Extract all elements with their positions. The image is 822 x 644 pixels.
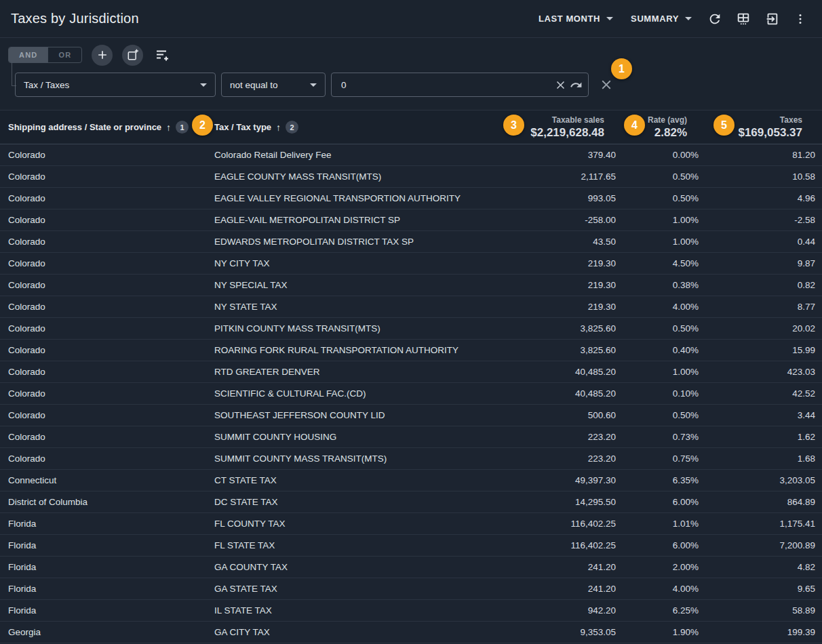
table-row[interactable]: Colorado SUMMIT COUNTY MASS TRANSIT(MTS)… <box>0 448 822 470</box>
table-row[interactable]: Florida IL STATE TAX 942.20 6.25% 58.89 <box>0 600 822 622</box>
table-row[interactable]: Colorado EDWARDS METROPOLITAN DISTRICT T… <box>0 231 822 253</box>
table-row[interactable]: Colorado NY STATE TAX 219.30 4.00% 8.77 <box>0 296 822 318</box>
filter-field-select[interactable]: Tax / Taxes <box>15 73 216 97</box>
cell-taxable-sales: 3,825.60 <box>509 345 617 355</box>
cell-state: Colorado <box>0 237 214 247</box>
table-row[interactable]: Florida FL STATE TAX 116,402.25 6.00% 7,… <box>0 535 822 557</box>
apply-value-button[interactable] <box>568 77 584 93</box>
table-row[interactable]: Colorado ROARING FORK RURAL TRANSPORTATI… <box>0 340 822 361</box>
cell-state: Florida <box>0 562 214 572</box>
cell-taxable-sales: 14,295.50 <box>509 497 617 507</box>
logic-or-option[interactable]: OR <box>47 47 81 62</box>
cell-rate: 1.00% <box>617 215 700 225</box>
annotation-badge-5: 5 <box>713 115 735 136</box>
app-bar: Taxes by Jurisdiction LAST MONTH SUMMARY <box>0 0 822 38</box>
filter-value-input[interactable] <box>340 79 553 91</box>
cell-state: Colorado <box>0 345 214 355</box>
table-row[interactable]: Colorado Colorado Retail Delivery Fee 37… <box>0 144 822 166</box>
app-bar-actions: LAST MONTH SUMMARY <box>532 7 813 31</box>
cell-rate: 0.10% <box>617 388 700 399</box>
cell-taxable-sales: -258.00 <box>509 215 617 225</box>
cell-tax-type: SOUTHEAST JEFFERSON COUNTY LID <box>214 410 509 420</box>
table-row[interactable]: Colorado EAGLE COUNTY MASS TRANSIT(MTS) … <box>0 166 822 188</box>
table-row[interactable]: District of Columbia DC STATE TAX 14,295… <box>0 491 822 513</box>
cell-taxes: 10.58 <box>700 172 822 182</box>
cell-rate: 0.50% <box>617 172 700 182</box>
cell-tax-type: NY SPECIAL TAX <box>214 280 509 290</box>
cell-taxable-sales: 993.05 <box>509 193 617 203</box>
cell-taxes: 4.82 <box>700 562 822 572</box>
cell-state: Colorado <box>0 302 214 312</box>
cell-tax-type: DC STATE TAX <box>214 497 509 507</box>
cell-rate: 4.00% <box>617 584 700 594</box>
table-row[interactable]: Colorado EAGLE VALLEY REGIONAL TRANSPORT… <box>0 188 822 209</box>
filter-operator-select[interactable]: not equal to <box>221 73 326 97</box>
more-options-button[interactable] <box>788 7 813 31</box>
export-icon <box>764 12 779 26</box>
add-group-button[interactable] <box>122 45 143 66</box>
filter-panel: AND OR <box>0 38 822 110</box>
cell-rate: 0.00% <box>617 150 700 160</box>
cell-rate: 0.50% <box>617 323 700 334</box>
clear-value-button[interactable] <box>553 77 568 93</box>
cell-taxable-sales: 379.40 <box>509 150 617 160</box>
cell-state: Georgia <box>0 627 214 637</box>
column-label: Tax / Tax type <box>214 122 271 132</box>
filter-list-add-button[interactable] <box>151 43 174 66</box>
filter-value-box <box>331 73 589 97</box>
cell-tax-type: Colorado Retail Delivery Fee <box>214 150 509 160</box>
cell-taxes: 864.89 <box>700 497 822 507</box>
view-mode-button[interactable]: SUMMARY <box>624 8 699 29</box>
table-row[interactable]: Colorado RTD GREATER DENVER 40,485.20 1.… <box>0 361 822 383</box>
cell-rate: 0.40% <box>617 345 700 355</box>
table-row[interactable]: Florida GA COUNTY TAX 241.20 2.00% 4.82 <box>0 557 822 578</box>
table-row[interactable]: Colorado PITKIN COUNTY MASS TRANSIT(MTS)… <box>0 318 822 340</box>
column-header-state[interactable]: Shipping address / State or province ↑ 1 <box>0 121 214 134</box>
table-header: Shipping address / State or province ↑ 1… <box>0 110 822 144</box>
cell-state: Connecticut <box>0 475 214 485</box>
filter-condition-row: Tax / Taxes not equal to <box>15 73 616 97</box>
cell-taxable-sales: 219.30 <box>509 258 617 268</box>
column-header-taxable-sales[interactable]: Taxable sales $2,219,628.48 <box>509 115 617 140</box>
table-row[interactable]: Colorado EAGLE-VAIL METROPOLITAN DISTRIC… <box>0 209 822 231</box>
cell-taxable-sales: 241.20 <box>509 562 617 572</box>
table-row[interactable]: Florida FL COUNTY TAX 116,402.25 1.01% 1… <box>0 513 822 535</box>
cell-state: Colorado <box>0 172 214 182</box>
refresh-icon <box>707 12 722 26</box>
cell-tax-type: NY CITY TAX <box>214 258 509 268</box>
cell-state: Florida <box>0 584 214 594</box>
logic-toggle[interactable]: AND OR <box>8 47 82 63</box>
apply-icon <box>570 79 583 92</box>
clear-value-icon <box>554 79 567 92</box>
cell-tax-type: SUMMIT COUNTY HOUSING <box>214 432 509 442</box>
page-title: Taxes by Jurisdiction <box>11 11 139 26</box>
column-header-tax-type[interactable]: Tax / Tax type ↑ 2 <box>214 121 509 134</box>
cell-rate: 0.38% <box>617 280 700 290</box>
date-range-button[interactable]: LAST MONTH <box>532 8 620 29</box>
remove-filter-button[interactable] <box>597 75 616 94</box>
add-filter-button[interactable] <box>92 45 113 66</box>
cell-state: Colorado <box>0 388 214 399</box>
table-row[interactable]: Colorado SCIENTIFIC & CULTURAL FAC.(CD) … <box>0 383 822 405</box>
cell-tax-type: IL STATE TAX <box>214 605 509 616</box>
export-button[interactable] <box>760 7 784 31</box>
chevron-down-icon <box>685 17 692 20</box>
cell-taxable-sales: 9,353.05 <box>509 627 617 637</box>
table-row[interactable]: Florida GA STATE TAX 241.20 4.00% 9.65 <box>0 578 822 600</box>
cell-taxable-sales: 223.20 <box>509 432 617 442</box>
table-row[interactable]: Colorado NY CITY TAX 219.30 4.50% 9.87 <box>0 253 822 275</box>
table-row[interactable]: Colorado SOUTHEAST JEFFERSON COUNTY LID … <box>0 405 822 426</box>
table-row[interactable]: Georgia GA CITY TAX 9,353.05 1.90% 199.3… <box>0 622 822 643</box>
cell-taxes: 3,203.05 <box>700 475 822 485</box>
filter-toolbar: AND OR <box>8 43 174 66</box>
cell-state: Colorado <box>0 258 214 268</box>
filter-field-value: Tax / Taxes <box>24 80 69 90</box>
cell-taxes: 81.20 <box>700 150 822 160</box>
cell-tax-type: PITKIN COUNTY MASS TRANSIT(MTS) <box>214 323 509 334</box>
table-row[interactable]: Colorado NY SPECIAL TAX 219.30 0.38% 0.8… <box>0 275 822 296</box>
refresh-button[interactable] <box>703 7 727 31</box>
pivot-table-button[interactable] <box>731 7 756 31</box>
table-row[interactable]: Colorado SUMMIT COUNTY HOUSING 223.20 0.… <box>0 426 822 448</box>
table-row[interactable]: Connecticut CT STATE TAX 49,397.30 6.35%… <box>0 470 822 491</box>
cell-tax-type: SCIENTIFIC & CULTURAL FAC.(CD) <box>214 388 509 399</box>
